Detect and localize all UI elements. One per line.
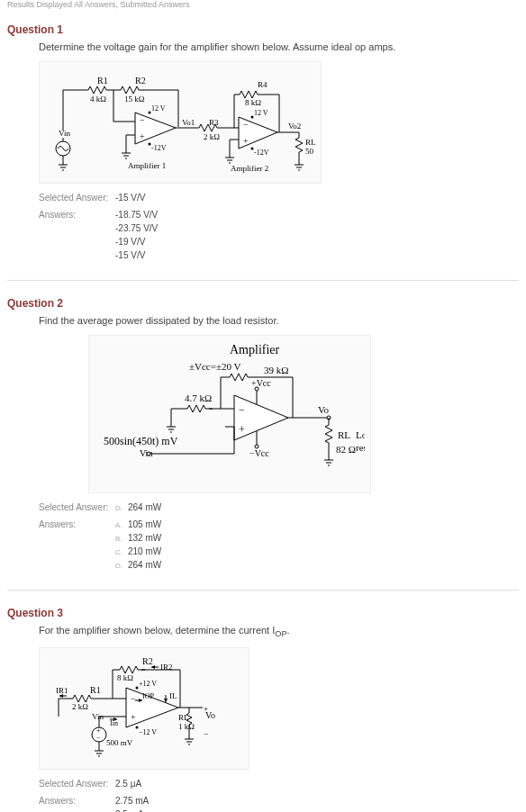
q2-selected-answer: D.264 mW xyxy=(115,502,161,512)
svg-point-32 xyxy=(251,116,254,119)
svg-point-74 xyxy=(136,687,139,690)
q1-r3-value: 2 kΩ xyxy=(204,132,220,141)
q1-r3-label: R3 xyxy=(209,118,219,127)
q2-circuit-svg: Amplifier ±Vcc=±20 V 39 kΩ 4.7 kΩ − + +V… xyxy=(95,341,365,485)
q3-selected-label: Selected Answer: xyxy=(39,779,115,789)
q2-rl: RL xyxy=(338,429,350,440)
q2-mvcc: −Vcc xyxy=(249,448,269,458)
svg-marker-90 xyxy=(164,699,168,702)
q1-selected-label: Selected Answer: xyxy=(39,193,115,203)
q3-rl-label: RL xyxy=(178,713,189,722)
q3-prompt: For the amplifier shown below, determine… xyxy=(39,625,519,638)
q1-vo2-label: Vo2 xyxy=(288,122,301,131)
q1-op2-minus: − xyxy=(243,120,249,130)
q3-circuit-svg: R2 8 kΩ IR2 R1 2 kΩ IR1 − + IOP +12 V −1… xyxy=(45,654,243,762)
q3-header: Question 3 xyxy=(7,607,519,619)
q3-r2-label: R2 xyxy=(142,656,153,666)
q1-opt: -15 V/V xyxy=(115,250,158,260)
q1-rl-label: RL xyxy=(305,138,315,147)
q3-rl-value: 1 kΩ xyxy=(178,722,195,731)
q3-op-plus: + xyxy=(131,712,136,722)
svg-point-10 xyxy=(149,112,151,114)
q1-header: Question 1 xyxy=(7,23,519,36)
q1-amp1-label: Amplifier 1 xyxy=(128,161,166,170)
q2-resistor-word: resistor xyxy=(356,442,365,453)
q2-r47: 4.7 kΩ xyxy=(185,392,212,403)
q3-r1-label: R1 xyxy=(90,685,101,695)
svg-point-11 xyxy=(149,143,151,146)
q1-figure: R1 4 kΩ R2 15 kΩ − + 12 V -12V Amplifier… xyxy=(39,61,322,184)
q3-op-minus: − xyxy=(131,694,136,704)
q1-r2-label: R2 xyxy=(135,76,146,86)
q2-op-plus: + xyxy=(239,423,245,436)
q3-opt: 2.75 mA xyxy=(115,796,149,806)
q1-answers: Selected Answer: -15 V/V Answers: -18.75… xyxy=(39,193,519,264)
q1-op1-minus: − xyxy=(140,115,145,125)
q2-vin-expr: 500sin(450t) mV xyxy=(104,435,178,447)
svg-text:−: − xyxy=(204,729,208,738)
q1-op1-m12: -12V xyxy=(151,144,167,152)
q1-op2-p12: 12 V xyxy=(254,109,268,117)
q1-opt: -19 V/V xyxy=(115,237,158,247)
q3-iop: IOP xyxy=(142,692,154,700)
q2-selected-label: Selected Answer: xyxy=(39,502,115,512)
q3-vin-label: Vin xyxy=(92,712,104,721)
results-displayed: Results Displayed All Answers, Submitted… xyxy=(7,0,519,16)
q1-selected-answer: -15 V/V xyxy=(115,193,145,203)
q1-rl-value: 50 Ω xyxy=(305,147,315,156)
q2-opt: C.210 mW xyxy=(115,546,161,556)
q3-r2-value: 8 kΩ xyxy=(117,673,133,682)
q3-answers-label: Answers: xyxy=(39,796,115,806)
svg-point-75 xyxy=(136,726,139,729)
q2-rl-value: 82 Ω xyxy=(336,444,356,455)
q3-answers: Selected Answer: 2.5 μA Answers: 2.75 mA… xyxy=(39,779,519,812)
q1-op1-plus: + xyxy=(140,131,145,141)
divider xyxy=(7,280,519,281)
q1-answers-label: Answers: xyxy=(39,210,115,220)
q1-r4-label: R4 xyxy=(258,80,268,89)
svg-point-56 xyxy=(147,452,150,456)
q3-r1-value: 2 kΩ xyxy=(72,702,88,711)
q1-prompt: Determine the voltage gain for the ampli… xyxy=(39,41,519,52)
q2-load-word: Load xyxy=(356,429,365,440)
q3-m12: −12 V xyxy=(139,728,157,736)
q3-p12: +12 V xyxy=(139,680,157,688)
q1-vo1-label: Vo1 xyxy=(182,118,195,127)
q2-prompt: Find the average power dissipated by the… xyxy=(39,315,519,326)
q1-r1-label: R1 xyxy=(97,76,108,86)
q2-header: Question 2 xyxy=(7,297,519,310)
svg-text:+: + xyxy=(204,704,208,713)
q1-vin-label: Vin xyxy=(59,129,70,138)
divider xyxy=(7,590,519,591)
svg-point-33 xyxy=(251,148,254,150)
q3-figure: R2 8 kΩ IR2 R1 2 kΩ IR1 − + IOP +12 V −1… xyxy=(39,647,249,770)
q2-opt: D.264 mW xyxy=(115,560,161,570)
q2-pvcc: +Vcc xyxy=(251,378,271,388)
q2-opt: B.132 mW xyxy=(115,533,161,543)
q1-circuit-svg: R1 4 kΩ R2 15 kΩ − + 12 V -12V Amplifier… xyxy=(45,68,315,176)
q3-src: 500 mV xyxy=(106,738,133,747)
q1-opt: -23.75 V/V xyxy=(115,223,158,233)
q2-opt: A.105 mW xyxy=(115,519,161,529)
q2-op-minus: − xyxy=(239,403,245,416)
q1-r4-value: 8 kΩ xyxy=(245,98,261,107)
q1-r2-value: 15 kΩ xyxy=(124,95,145,104)
q1-op2-plus: + xyxy=(243,136,249,146)
q1-op1-p12: 12 V xyxy=(151,104,166,113)
q2-vcc-spec: ±Vcc=±20 V xyxy=(189,361,241,372)
q1-r1-value: 4 kΩ xyxy=(90,95,106,104)
q2-answers: Selected Answer: D.264 mW Answers: A.105… xyxy=(39,502,519,573)
q2-title: Amplifier xyxy=(230,343,280,356)
q2-r39: 39 kΩ xyxy=(264,365,288,375)
svg-text:−: − xyxy=(96,734,101,742)
q2-figure: Amplifier ±Vcc=±20 V 39 kΩ 4.7 kΩ − + +V… xyxy=(88,335,371,493)
q2-vo: Vo xyxy=(318,404,330,415)
q1-op2-m12: -12V xyxy=(254,149,269,157)
q3-il: IL xyxy=(169,691,177,700)
q1-opt: -18.75 V/V xyxy=(115,210,158,220)
q3-selected-answer: 2.5 μA xyxy=(115,779,141,789)
q1-amp2-label: Amplifier 2 xyxy=(231,164,268,173)
q3-ir1: IR1 xyxy=(56,686,68,695)
q2-answers-label: Answers: xyxy=(39,519,115,529)
